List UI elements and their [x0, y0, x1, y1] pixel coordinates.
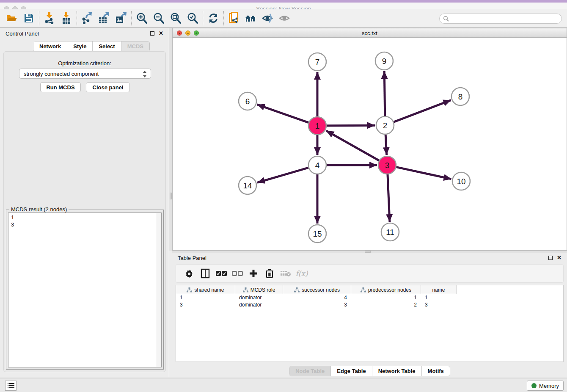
refresh-icon	[208, 13, 219, 24]
table-cell[interactable]: 2	[351, 301, 421, 309]
import-table-button[interactable]	[58, 11, 75, 25]
hierarchy-icon	[294, 287, 300, 293]
tab-mcds[interactable]: MCDS	[121, 41, 149, 51]
splitter-handle[interactable]	[170, 193, 172, 199]
edge-2-9[interactable]	[384, 71, 385, 116]
delete-table-button[interactable]	[278, 267, 294, 280]
table-cell[interactable]: 1	[421, 294, 457, 301]
edge-3-1[interactable]	[326, 131, 379, 160]
search-input[interactable]	[449, 16, 550, 22]
show-panels-button[interactable]	[276, 11, 293, 25]
float-panel-icon[interactable]	[548, 256, 553, 260]
column-header-shared-name[interactable]: shared name	[176, 285, 235, 294]
home-view-button[interactable]	[242, 11, 259, 25]
edge-1-6[interactable]	[257, 105, 309, 123]
column-label: successor nodes	[302, 287, 340, 293]
network-from-selection-button[interactable]	[226, 11, 242, 25]
mcds-tab-content: Optimization criterion: strongly connect…	[3, 51, 166, 372]
tab-style[interactable]: Style	[67, 41, 93, 51]
tab-select[interactable]: Select	[93, 41, 121, 51]
import-network-icon	[44, 12, 55, 24]
checked-boxes-icon	[216, 271, 227, 276]
table-cell[interactable]: 1	[351, 294, 421, 301]
edge-3-11[interactable]	[388, 174, 390, 222]
node-label-6: 6	[245, 97, 250, 106]
column-header-predecessor-nodes[interactable]: predecessor nodes	[351, 285, 421, 294]
optimization-criterion-label: Optimization criterion:	[4, 60, 165, 66]
import-table-icon	[61, 12, 72, 24]
float-panel-icon[interactable]	[150, 31, 154, 36]
tab-node-table[interactable]: Node Table	[289, 366, 331, 376]
deselect-all-button[interactable]	[229, 267, 245, 280]
column-header-MCDS-role[interactable]: MCDS role	[235, 285, 283, 294]
edge-3-10[interactable]	[396, 167, 451, 179]
table-cell[interactable]: 4	[283, 294, 351, 301]
column-header-successor-nodes[interactable]: successor nodes	[283, 285, 351, 294]
table-cell[interactable]: 3	[421, 301, 457, 309]
table-cell[interactable]: 3	[176, 301, 235, 309]
select-all-button[interactable]	[213, 267, 229, 280]
trash-icon	[266, 269, 273, 278]
table-cell[interactable]: dominator	[235, 294, 283, 301]
import-network-button[interactable]	[41, 11, 58, 25]
table-settings-button[interactable]	[181, 267, 197, 280]
save-session-button[interactable]	[20, 11, 37, 25]
zoom-selected-icon	[187, 12, 198, 24]
export-image-button[interactable]	[113, 11, 129, 25]
tab-motifs[interactable]: Motifs	[422, 366, 450, 376]
refresh-layout-button[interactable]	[205, 11, 222, 25]
node-label-1: 1	[315, 121, 320, 130]
export-network-button[interactable]	[79, 11, 96, 25]
delete-column-button[interactable]	[261, 267, 278, 280]
table-cell[interactable]: dominator	[235, 301, 283, 309]
function-builder-button[interactable]: f(x)	[294, 267, 310, 280]
search-box[interactable]	[439, 14, 562, 24]
open-folder-icon	[6, 13, 18, 23]
node-table[interactable]: shared nameMCDS rolesuccessor nodesprede…	[176, 285, 564, 362]
open-session-button[interactable]	[3, 11, 20, 25]
result-line: 3	[11, 221, 159, 228]
result-scrollbar[interactable]	[156, 213, 161, 367]
vertical-splitter[interactable]	[169, 28, 172, 251]
edge-1-2[interactable]	[327, 125, 375, 126]
table-panel-title: Table Panel	[178, 255, 206, 261]
mcds-result-title: MCDS result (2 nodes)	[9, 206, 69, 213]
zoom-in-button[interactable]	[133, 11, 150, 25]
hide-panels-button[interactable]	[259, 11, 276, 25]
table-cell[interactable]: 1	[176, 294, 235, 301]
tab-edge-table[interactable]: Edge Table	[331, 366, 372, 376]
table-tabs-bar: Node TableEdge TableNetwork TableMotifs	[172, 366, 567, 376]
edge-2-8[interactable]	[394, 100, 451, 122]
zoom-out-button[interactable]	[150, 11, 167, 25]
run-mcds-button[interactable]: Run MCDS	[40, 82, 81, 92]
add-column-button[interactable]	[245, 267, 261, 280]
home-icon	[244, 13, 258, 23]
export-table-button[interactable]	[96, 11, 113, 25]
table-cell[interactable]: 3	[283, 301, 351, 309]
network-graph-canvas[interactable]: 7968124314101511	[173, 38, 567, 250]
close-panel-icon[interactable]: ✕	[557, 254, 561, 261]
memory-button[interactable]: Memory	[527, 381, 564, 391]
close-panel-button[interactable]: Close panel	[86, 82, 130, 92]
table-row[interactable]: 1dominator411	[176, 294, 563, 301]
table-panel: Table Panel ✕	[172, 253, 567, 377]
zoom-fit-button[interactable]	[167, 11, 184, 25]
close-panel-icon[interactable]: ✕	[159, 30, 163, 36]
table-header-row: shared nameMCDS rolesuccessor nodesprede…	[176, 285, 457, 294]
task-history-button[interactable]	[5, 381, 17, 391]
column-header-name[interactable]: name	[421, 285, 457, 294]
optimization-criterion-dropdown[interactable]: strongly connected component	[19, 69, 151, 79]
node-label-11: 11	[386, 228, 394, 237]
tab-network-table[interactable]: Network Table	[372, 366, 422, 376]
edge-2-3[interactable]	[385, 135, 387, 155]
show-columns-button[interactable]	[197, 267, 213, 280]
hierarchy-icon	[243, 287, 248, 293]
zoom-in-icon	[136, 12, 148, 24]
tab-network[interactable]: Network	[33, 41, 67, 51]
node-label-15: 15	[313, 229, 322, 238]
column-label: name	[432, 287, 445, 293]
table-row[interactable]: 3dominator323	[176, 301, 563, 309]
zoom-selected-button[interactable]	[184, 11, 201, 25]
control-panel-title: Control Panel	[6, 30, 39, 37]
edge-4-14[interactable]	[257, 168, 308, 182]
